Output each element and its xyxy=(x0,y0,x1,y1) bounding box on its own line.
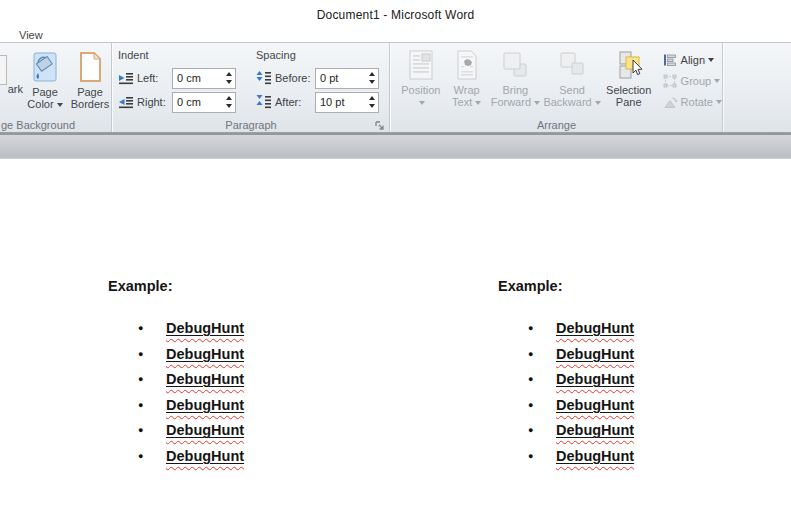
bullet-marker: ● xyxy=(138,396,166,410)
ribbon-bottom-chrome xyxy=(0,133,791,159)
selection-pane-button[interactable]: Selection Pane xyxy=(602,47,656,113)
selection-pane-icon xyxy=(613,49,645,81)
indent-left-value[interactable]: 0 cm xyxy=(173,72,222,84)
list-item-text[interactable]: DebugHunt xyxy=(556,448,634,464)
spinner-up-icon[interactable] xyxy=(369,72,375,76)
bullet-marker: ● xyxy=(138,319,166,333)
spinner-up-icon[interactable] xyxy=(226,96,232,100)
list-item[interactable]: ● DebugHunt xyxy=(108,447,368,473)
group-label-arrange: Arrange xyxy=(391,119,722,131)
spacing-after-icon xyxy=(256,94,272,110)
bring-forward-label: Bring Forward xyxy=(491,84,531,108)
rotate-label: Rotate xyxy=(681,96,713,108)
spinner-down-icon[interactable] xyxy=(226,80,232,84)
send-backward-icon xyxy=(556,49,588,81)
list-item[interactable]: ● DebugHunt xyxy=(108,421,368,447)
indent-right-label: Right: xyxy=(137,96,172,108)
list-item[interactable]: ● DebugHunt xyxy=(108,396,368,422)
dropdown-caret xyxy=(708,58,714,62)
dropdown-caret xyxy=(714,79,720,83)
spacing-after-field[interactable]: 10 pt xyxy=(315,92,379,113)
list-item-text[interactable]: DebugHunt xyxy=(166,397,244,413)
paragraph-dialog-launcher-icon[interactable] xyxy=(374,118,386,130)
list-item[interactable]: ● DebugHunt xyxy=(498,345,758,371)
bullet-marker: ● xyxy=(528,421,556,435)
list-item-text[interactable]: DebugHunt xyxy=(166,422,244,438)
page-color-button[interactable]: Page Color xyxy=(25,49,65,110)
group-arrange: Position xyxy=(391,43,723,132)
list-item[interactable]: ● DebugHunt xyxy=(498,396,758,422)
example-list-right: Example: ● DebugHunt ● DebugHunt ● Debug… xyxy=(498,278,758,473)
spacing-before-field[interactable]: 0 pt xyxy=(315,68,379,89)
spinner-down-icon[interactable] xyxy=(226,104,232,108)
dropdown-caret xyxy=(475,101,481,105)
list-item-text[interactable]: DebugHunt xyxy=(556,320,634,336)
spinner-down-icon[interactable] xyxy=(369,80,375,84)
group-label-paragraph: Paragraph xyxy=(113,119,389,131)
list-item[interactable]: ● DebugHunt xyxy=(498,370,758,396)
list-item-text[interactable]: DebugHunt xyxy=(166,448,244,464)
spinner-up-icon[interactable] xyxy=(369,96,375,100)
indent-left-field[interactable]: 0 cm xyxy=(172,68,236,89)
wrap-text-icon xyxy=(451,49,483,81)
example-heading[interactable]: Example: xyxy=(108,278,368,295)
list-item[interactable]: ● DebugHunt xyxy=(108,345,368,371)
tab-view[interactable]: View xyxy=(15,29,47,41)
dropdown-caret xyxy=(57,103,63,107)
spinner-up-icon[interactable] xyxy=(226,72,232,76)
list-item-text[interactable]: DebugHunt xyxy=(556,371,634,387)
spacing-after-label: After: xyxy=(275,96,315,108)
bring-forward-icon xyxy=(499,49,531,81)
list-item-text[interactable]: DebugHunt xyxy=(556,397,634,413)
example-heading[interactable]: Example: xyxy=(498,278,758,295)
send-backward-label: Send Backward xyxy=(543,84,591,108)
title-bar: Document1 - Microsoft Word xyxy=(0,0,791,27)
watermark-button-label[interactable]: ark xyxy=(8,83,23,95)
list-item-text[interactable]: DebugHunt xyxy=(166,320,244,336)
list-item-text[interactable]: DebugHunt xyxy=(166,346,244,362)
list-item-text[interactable]: DebugHunt xyxy=(556,346,634,362)
indent-right-icon xyxy=(118,94,134,110)
indent-right-field[interactable]: 0 cm xyxy=(172,92,236,113)
group-icon xyxy=(662,73,678,89)
group-label: Group xyxy=(681,75,712,87)
spacing-before-value[interactable]: 0 pt xyxy=(316,72,365,84)
spacing-before-icon xyxy=(256,70,272,86)
wrap-text-button[interactable]: Wrap Text xyxy=(445,47,489,113)
page-borders-button[interactable]: Page Borders xyxy=(69,49,111,110)
page-borders-icon xyxy=(74,51,106,83)
bullet-marker: ● xyxy=(528,396,556,410)
group-label-page-background: ge Background xyxy=(0,119,111,131)
list-item-text[interactable]: DebugHunt xyxy=(556,422,634,438)
bullet-marker: ● xyxy=(138,345,166,359)
bullet-marker: ● xyxy=(528,370,556,384)
spacing-after-value[interactable]: 10 pt xyxy=(316,96,365,108)
list-item[interactable]: ● DebugHunt xyxy=(498,421,758,447)
document-page[interactable]: Example: ● DebugHunt ● DebugHunt ● Debug… xyxy=(0,159,791,523)
bullet-marker: ● xyxy=(138,447,166,461)
send-backward-button[interactable]: Send Backward xyxy=(542,47,602,113)
page-color-icon xyxy=(29,51,61,83)
bullet-marker: ● xyxy=(528,447,556,461)
rotate-button[interactable]: Rotate xyxy=(662,92,722,112)
dropdown-caret xyxy=(534,101,540,105)
group-button[interactable]: Group xyxy=(662,71,722,91)
list-item[interactable]: ● DebugHunt xyxy=(498,447,758,473)
spinner-down-icon[interactable] xyxy=(369,104,375,108)
bullet-marker: ● xyxy=(138,370,166,384)
list-item[interactable]: ● DebugHunt xyxy=(108,319,368,345)
indent-header: Indent xyxy=(118,49,256,61)
list-item[interactable]: ● DebugHunt xyxy=(498,319,758,345)
indent-right-value[interactable]: 0 cm xyxy=(173,96,222,108)
watermark-icon[interactable] xyxy=(0,55,7,85)
list-item-text[interactable]: DebugHunt xyxy=(166,371,244,387)
page-color-label: Page Color xyxy=(27,86,58,110)
bring-forward-button[interactable]: Bring Forward xyxy=(489,47,543,113)
dropdown-caret xyxy=(595,101,601,105)
align-button[interactable]: Align xyxy=(662,50,722,70)
list-item[interactable]: ● DebugHunt xyxy=(108,370,368,396)
position-button[interactable]: Position xyxy=(397,47,445,113)
rotate-icon xyxy=(662,94,678,110)
selection-pane-label: Selection Pane xyxy=(606,84,651,108)
ribbon: ark Page Color xyxy=(0,43,791,133)
